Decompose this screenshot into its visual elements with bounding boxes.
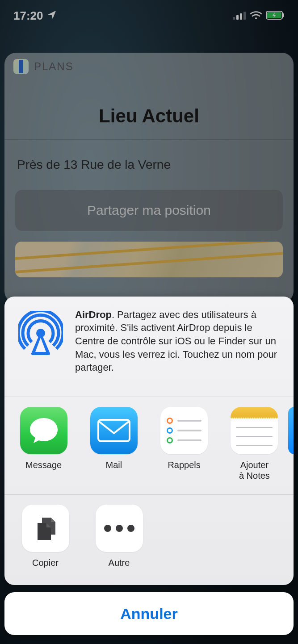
mail-icon [90,407,138,454]
share-app-reminders[interactable]: Rappels [156,407,213,481]
message-icon [20,407,67,454]
app-label: Ajouter à Notes [239,460,270,481]
app-label: Rappels [168,460,200,470]
notes-icon [231,407,278,454]
more-apps-hint[interactable] [288,407,294,454]
reminders-icon [160,407,208,454]
screen: 17:20 [0,0,298,644]
airdrop-description: AirDrop. Partagez avec des utilisateurs … [75,308,282,374]
share-app-message[interactable]: Message [15,407,72,481]
app-label: Message [25,460,62,470]
share-app-mail[interactable]: Mail [85,407,142,481]
share-app-notes[interactable]: Ajouter à Notes [226,407,283,481]
airdrop-icon [16,308,65,374]
more-icon [96,505,143,552]
action-label: Autre [109,557,130,568]
app-label: Mail [106,460,122,470]
cancel-button[interactable]: Annuler [4,592,294,635]
svg-rect-9 [98,420,130,441]
cancel-label: Annuler [120,605,177,623]
airdrop-section: AirDrop. Partagez avec des utilisateurs … [4,297,294,397]
share-actions-row: Copier Autre [4,495,294,585]
share-sheet: AirDrop. Partagez avec des utilisateurs … [4,297,294,585]
airdrop-title: AirDrop [75,309,112,320]
share-action-copy[interactable]: Copier [15,505,76,568]
share-apps-row[interactable]: Message Mail Rappels [4,397,294,494]
copy-icon [22,505,69,552]
share-action-other[interactable]: Autre [89,505,149,568]
action-label: Copier [32,557,59,568]
